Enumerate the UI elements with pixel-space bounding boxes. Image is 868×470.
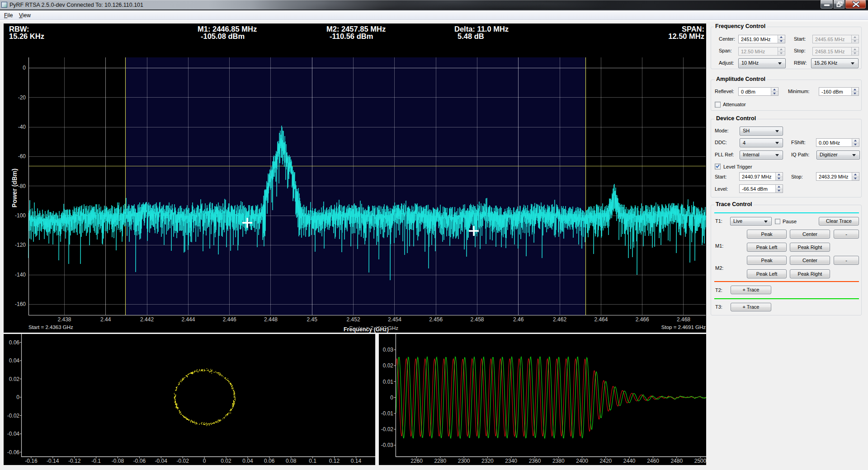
svg-text:-0.04: -0.04 (7, 431, 20, 437)
svg-text:0.02: 0.02 (383, 362, 394, 369)
svg-text:0.08: 0.08 (286, 458, 297, 464)
svg-text:-0.02: -0.02 (7, 413, 20, 419)
svg-text:-0.02: -0.02 (381, 426, 394, 432)
svg-text:2.458: 2.458 (470, 316, 484, 323)
svg-text:2480: 2480 (670, 458, 683, 464)
svg-text:2.442: 2.442 (140, 316, 154, 323)
svg-text:-160: -160 (15, 301, 26, 307)
svg-text:-20: -20 (18, 94, 26, 101)
svg-text:2400: 2400 (576, 458, 588, 464)
svg-text:0: 0 (16, 394, 19, 400)
svg-text:-140: -140 (15, 272, 26, 278)
svg-text:12.50 MHz: 12.50 MHz (668, 32, 704, 40)
svg-text:Stop = 2.4691 GHz: Stop = 2.4691 GHz (661, 324, 706, 330)
svg-text:2.444: 2.444 (181, 316, 195, 323)
svg-text:2460: 2460 (647, 458, 659, 464)
svg-text:-0.16: -0.16 (25, 458, 38, 464)
svg-text:Power (dBm): Power (dBm) (11, 169, 18, 207)
svg-text:2.468: 2.468 (677, 316, 690, 323)
svg-text:2420: 2420 (600, 458, 612, 464)
svg-text:2360: 2360 (529, 458, 541, 464)
svg-text:0.04: 0.04 (9, 357, 20, 364)
svg-text:2.454: 2.454 (388, 316, 401, 323)
svg-text:2.452: 2.452 (347, 316, 360, 323)
svg-text:-0.02: -0.02 (177, 458, 189, 464)
svg-text:0: 0 (203, 458, 206, 464)
svg-text:0.14: 0.14 (351, 458, 362, 464)
svg-text:0.03: 0.03 (383, 347, 394, 353)
svg-text:2500: 2500 (694, 458, 706, 464)
svg-text:0.02: 0.02 (9, 376, 20, 382)
svg-text:2.464: 2.464 (594, 316, 608, 323)
svg-text:0.1: 0.1 (309, 458, 316, 464)
svg-text:-0.12: -0.12 (68, 458, 81, 464)
svg-text:-40: -40 (18, 124, 26, 130)
svg-text:2.438: 2.438 (57, 316, 71, 323)
svg-text:2300: 2300 (458, 458, 470, 464)
svg-text:0.12: 0.12 (329, 458, 340, 464)
svg-text:2380: 2380 (552, 458, 565, 464)
svg-text:0.04: 0.04 (242, 458, 253, 464)
svg-text:15.26 KHz: 15.26 KHz (9, 32, 44, 40)
svg-text:-110.56 dBm: -110.56 dBm (330, 32, 373, 40)
svg-text:-0.01: -0.01 (381, 410, 394, 417)
svg-text:5.48 dB: 5.48 dB (458, 32, 484, 40)
svg-text:2.456: 2.456 (429, 316, 443, 323)
svg-text:0.01: 0.01 (383, 379, 394, 385)
svg-text:-0.08: -0.08 (112, 458, 124, 464)
svg-text:-100: -100 (15, 212, 26, 219)
svg-text:-0.06: -0.06 (133, 458, 146, 464)
svg-text:-80: -80 (18, 183, 26, 189)
svg-text:-0.03: -0.03 (381, 442, 394, 448)
svg-text:-0.14: -0.14 (47, 458, 59, 464)
svg-text:-60: -60 (18, 153, 26, 160)
svg-text:-0.04: -0.04 (155, 458, 168, 464)
svg-text:2320: 2320 (481, 458, 494, 464)
svg-text:2.446: 2.446 (223, 316, 236, 323)
svg-text:0.06: 0.06 (9, 339, 20, 346)
svg-text:2.462: 2.462 (553, 316, 566, 323)
svg-text:0: 0 (23, 65, 26, 71)
svg-text:2280: 2280 (434, 458, 446, 464)
svg-text:2.46: 2.46 (513, 316, 524, 323)
svg-text:2440: 2440 (623, 458, 636, 464)
svg-text:2.466: 2.466 (636, 316, 649, 323)
svg-text:Frequency (GHz): Frequency (GHz) (344, 326, 389, 333)
svg-text:2.44: 2.44 (100, 316, 111, 323)
svg-text:Start = 2.4363 GHz: Start = 2.4363 GHz (28, 324, 73, 330)
svg-text:2.448: 2.448 (264, 316, 278, 323)
svg-text:0: 0 (390, 395, 393, 401)
svg-text:0.06: 0.06 (264, 458, 275, 464)
svg-text:-0.1: -0.1 (91, 458, 101, 464)
svg-text:0.02: 0.02 (221, 458, 231, 464)
svg-text:-105.08 dBm: -105.08 dBm (201, 32, 245, 40)
svg-text:2.45: 2.45 (307, 316, 318, 323)
svg-text:2260: 2260 (410, 458, 423, 464)
svg-text:-120: -120 (15, 242, 26, 248)
svg-text:-0.06: -0.06 (7, 449, 20, 456)
svg-text:2340: 2340 (505, 458, 517, 464)
